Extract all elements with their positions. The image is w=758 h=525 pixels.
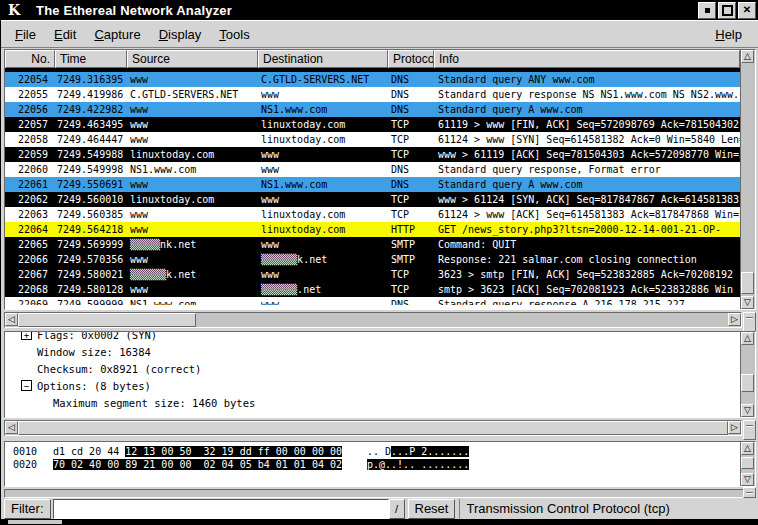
- cell-info: 61124 > www [SYN] Seq=614581382 Ack=0 Wi…: [434, 132, 740, 147]
- cell-no: 22058: [5, 132, 55, 147]
- scroll-left-icon[interactable]: ◁: [5, 421, 18, 434]
- cell-info: 61124 > www [ACK] Seq=614581383 Ack=8178…: [434, 207, 740, 222]
- tree-vertical-scrollbar[interactable]: △ ▽: [740, 332, 755, 417]
- packet-row[interactable]: 220627249.560010linuxtoday.comwwwTCPwww …: [5, 192, 740, 207]
- packet-row[interactable]: 220557249.419986C.GTLD-SERVERS.NETwwwDNS…: [5, 87, 740, 102]
- column-header-time[interactable]: Time: [55, 50, 127, 68]
- scroll-up-icon[interactable]: △: [741, 50, 754, 63]
- column-header-destination[interactable]: Destination: [258, 50, 388, 68]
- collapse-icon[interactable]: −: [21, 380, 32, 391]
- cell-dst: linuxtoday.com: [258, 117, 388, 132]
- cell-no: 22069: [5, 297, 55, 305]
- filter-input[interactable]: [53, 499, 389, 519]
- cell-no: 22057: [5, 117, 55, 132]
- tree-horizontal-scrollbar[interactable]: ◁ ▷: [4, 420, 742, 436]
- menu-edit[interactable]: Edit: [45, 25, 85, 44]
- scroll-down-icon[interactable]: ▽: [741, 296, 754, 309]
- hex-horizontal-scrollbar[interactable]: [4, 489, 744, 498]
- scroll-right-icon[interactable]: ▷: [728, 421, 741, 434]
- reset-button[interactable]: Reset: [408, 499, 456, 519]
- cell-src: NS1.www.com: [127, 162, 258, 177]
- close-button[interactable]: ✕: [738, 2, 756, 19]
- packet-list-vertical-scrollbar[interactable]: △ ▽: [740, 50, 755, 309]
- cell-no: 22061: [5, 177, 55, 192]
- cell-proto: TCP: [388, 282, 434, 297]
- pane-resize-grip-3[interactable]: [743, 487, 756, 498]
- packet-row[interactable]: 220677249.580021▒▒▒▒▒▒k.netwwwTCP3623 > …: [5, 267, 740, 282]
- hex-ascii: .. D...P 2.......: [355, 445, 469, 458]
- scroll-left-icon[interactable]: ◁: [5, 313, 18, 326]
- scroll-up-icon[interactable]: △: [741, 332, 754, 345]
- menu-display[interactable]: Display: [150, 25, 211, 44]
- pane-resize-grip-2[interactable]: [743, 420, 756, 440]
- menu-capture[interactable]: Capture: [85, 25, 149, 44]
- maximize-icon: [722, 5, 733, 16]
- hex-scroll-thumb[interactable]: [741, 457, 754, 469]
- packet-row[interactable]: 220607249.549998NS1.www.comwwwDNSStandar…: [5, 162, 740, 177]
- column-header-protocol[interactable]: Protocol: [388, 50, 434, 68]
- packet-row[interactable]: 220647249.564218wwwlinuxtoday.comHTTPGET…: [5, 222, 740, 237]
- packet-row[interactable]: 220687249.580128www▒▒▒▒▒▒.netTCPsmtp > 3…: [5, 282, 740, 297]
- cell-proto: HTTP: [388, 222, 434, 237]
- maximize-button[interactable]: [718, 2, 736, 19]
- hex-vertical-scrollbar[interactable]: △ ▽: [740, 442, 755, 486]
- cell-dst: linuxtoday.com: [258, 132, 388, 147]
- cell-info: www > 61124 [SYN, ACK] Seq=817847867 Ack…: [434, 192, 740, 207]
- packet-row[interactable]: 220657249.569999▒▒▒▒▒nk.netwwwSMTPComman…: [5, 237, 740, 252]
- filter-button[interactable]: Filter:: [4, 499, 51, 519]
- tree-line[interactable]: +Flags: 0x0002 (SYN): [5, 332, 740, 343]
- cell-proto: DNS: [388, 102, 434, 117]
- cell-proto: DNS: [388, 72, 434, 87]
- resize-handle[interactable]: [8, 520, 62, 524]
- tree-line[interactable]: −Options: (8 bytes): [5, 377, 740, 394]
- cell-info: 3623 > smtp [FIN, ACK] Seq=523832885 Ack…: [434, 267, 740, 282]
- cell-src: linuxtoday.com: [127, 147, 258, 162]
- menu-file[interactable]: File: [6, 25, 45, 44]
- tree-hscroll-thumb[interactable]: [18, 421, 728, 435]
- menu-help[interactable]: Help: [706, 25, 751, 44]
- packet-row[interactable]: 220547249.316395wwwC.GTLD-SERVERS.NETDNS…: [5, 72, 740, 87]
- packet-list-scroll-thumb[interactable]: [741, 272, 754, 294]
- expand-icon[interactable]: +: [21, 332, 32, 340]
- scroll-up-icon[interactable]: △: [741, 442, 754, 455]
- minimize-button[interactable]: [698, 2, 716, 19]
- hex-bytes: 70 02 40 00 89 21 00 00 02 04 05 b4 01 0…: [53, 458, 355, 471]
- cell-src: www: [127, 102, 258, 117]
- packet-list-horizontal-scrollbar[interactable]: ◁ ▷: [4, 312, 742, 328]
- packet-row[interactable]: 220617249.550691wwwNS1.www.comDNSStandar…: [5, 177, 740, 192]
- menu-tools[interactable]: Tools: [210, 25, 258, 44]
- hex-ascii: p.@..!.. ........: [355, 458, 469, 471]
- packet-row[interactable]: 220587249.464447wwwlinuxtoday.comTCP6112…: [5, 132, 740, 147]
- packet-row[interactable]: 220637249.560385wwwlinuxtoday.comTCP6112…: [5, 207, 740, 222]
- hex-row[interactable]: 002070 02 40 00 89 21 00 00 02 04 05 b4 …: [5, 458, 740, 471]
- column-header-no[interactable]: No.: [5, 50, 55, 68]
- filter-dropdown-button[interactable]: /: [389, 499, 405, 519]
- hex-row[interactable]: 0010d1 cd 20 44 12 13 00 50 32 19 dd ff …: [5, 445, 740, 458]
- packet-row[interactable]: 220597249.549988linuxtoday.comwwwTCPwww …: [5, 147, 740, 162]
- tree-line[interactable]: Checksum: 0x8921 (correct): [5, 360, 740, 377]
- menu-bar: FileEditCaptureDisplayTools Help: [1, 20, 758, 48]
- column-header-info[interactable]: Info: [434, 50, 740, 68]
- column-header-source[interactable]: Source: [127, 50, 258, 68]
- tree-line[interactable]: Maximum segment size: 1460 bytes: [5, 394, 740, 411]
- tree-line[interactable]: Window size: 16384: [5, 343, 740, 360]
- packet-row[interactable]: 220667249.570356www▒▒▒▒▒▒k.netSMTPRespon…: [5, 252, 740, 267]
- tree-scroll-thumb[interactable]: [741, 374, 754, 392]
- packet-row[interactable]: 220567249.422982wwwNS1.www.comDNSStandar…: [5, 102, 740, 117]
- cell-info: Response: 221 salmar.com closing connect…: [434, 252, 740, 267]
- scroll-down-icon[interactable]: ▽: [741, 404, 754, 417]
- kde-app-icon: K: [6, 2, 22, 18]
- scroll-right-icon[interactable]: ▷: [728, 313, 741, 326]
- hex-dump: 0010d1 cd 20 44 12 13 00 50 32 19 dd ff …: [5, 442, 740, 486]
- packet-row[interactable]: 220577249.463495wwwlinuxtoday.comTCP6111…: [5, 117, 740, 132]
- cell-time: 7249.564218: [55, 222, 127, 237]
- cell-time: 7249.580128: [55, 282, 127, 297]
- cell-no: 22067: [5, 267, 55, 282]
- packet-list-hscroll-thumb[interactable]: [18, 313, 196, 327]
- packet-row-partial[interactable]: 220697249.599999NS1.www.comwwwDNSStandar…: [5, 297, 740, 305]
- cell-info: Standard query response NS NS1.www.com N…: [434, 87, 740, 102]
- hex-dump-pane: 0010d1 cd 20 44 12 13 00 50 32 19 dd ff …: [4, 441, 756, 487]
- scroll-down-icon[interactable]: ▽: [741, 473, 754, 486]
- minimize-icon: [705, 8, 710, 13]
- titlebar[interactable]: K The Ethereal Network Analyzer ✕: [1, 0, 758, 20]
